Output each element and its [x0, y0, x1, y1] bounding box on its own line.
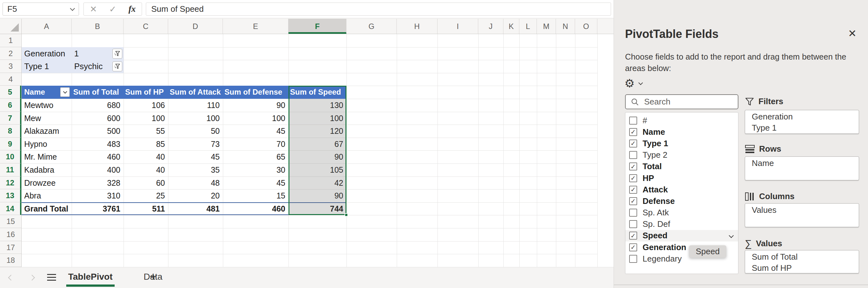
checkbox-icon[interactable] [629, 220, 637, 228]
pivot-cell[interactable]: 310 [72, 189, 120, 202]
checkbox-icon[interactable] [629, 117, 637, 124]
field-item-speed[interactable]: ✓Speed [625, 230, 738, 241]
row-header-6[interactable]: 6 [0, 99, 21, 112]
chevron-down-icon[interactable] [729, 233, 734, 238]
filter-field-label[interactable]: Type 1 [24, 60, 49, 73]
column-header-C[interactable]: C [124, 19, 168, 34]
row-header-12[interactable]: 12 [0, 176, 21, 190]
row-header-10[interactable]: 10 [0, 150, 21, 164]
column-header-A[interactable]: A [22, 19, 72, 34]
pivot-cell[interactable]: 328 [72, 176, 120, 190]
pivot-header-cell[interactable]: Sum of Attack [170, 86, 221, 99]
sheet-tab-data[interactable]: Data [142, 267, 164, 288]
checkbox-checked-icon[interactable]: ✓ [629, 186, 637, 194]
selection-fill-handle[interactable] [344, 213, 348, 217]
row-header-7[interactable]: 7 [0, 112, 21, 125]
column-header-I[interactable]: I [437, 19, 478, 34]
row-header-15[interactable]: 15 [0, 215, 21, 228]
prev-sheet-icon[interactable] [8, 275, 14, 280]
filter-field-label[interactable]: Generation [24, 47, 65, 60]
row-header-2[interactable]: 2 [0, 47, 21, 60]
field-item-sp-def[interactable]: Sp. Def [625, 219, 738, 230]
pivot-cell[interactable]: Alakazam [24, 124, 72, 138]
pivot-cell[interactable]: Kadabra [24, 164, 72, 176]
column-header-O[interactable]: O [575, 19, 597, 34]
pivot-cell[interactable]: 90 [223, 99, 285, 112]
column-header-D[interactable]: D [168, 19, 223, 34]
pivot-cell[interactable]: 73 [168, 138, 220, 151]
pivot-header-cell[interactable]: Sum of Speed [290, 86, 345, 99]
rows-area-item[interactable]: Name [752, 158, 859, 169]
column-header-J[interactable]: J [478, 19, 503, 34]
pivot-cell[interactable]: 70 [223, 138, 285, 151]
pivot-cell[interactable]: Hypno [24, 138, 72, 151]
pivot-grand-total-cell[interactable]: 460 [223, 202, 285, 215]
pivot-cell[interactable]: 100 [223, 112, 285, 125]
pivot-grand-total-cell[interactable]: 3761 [72, 202, 120, 215]
confirm-icon[interactable]: ✓ [109, 4, 117, 15]
pivot-cell[interactable]: 60 [124, 176, 165, 190]
pivot-header-cell[interactable]: Sum of Total [73, 86, 122, 99]
checkbox-checked-icon[interactable]: ✓ [629, 243, 637, 251]
pivot-cell[interactable]: 100 [124, 112, 165, 125]
pivot-header-cell[interactable]: Sum of HP [125, 86, 166, 99]
pivot-cell[interactable]: 25 [124, 189, 165, 202]
column-header-K[interactable]: K [503, 19, 519, 34]
row-header-17[interactable]: 17 [0, 241, 21, 254]
pivot-header-cell[interactable]: Name [24, 86, 60, 99]
column-header-G[interactable]: G [346, 19, 397, 34]
pivot-cell[interactable]: Abra [24, 189, 72, 202]
filter-field-value[interactable]: 1 [74, 47, 79, 60]
pivot-cell[interactable]: 106 [124, 99, 165, 112]
pivot-cell[interactable]: 40 [124, 150, 165, 164]
values-area-box[interactable]: Sum of TotalSum of HP [745, 250, 859, 273]
insert-function-icon[interactable]: fx [128, 4, 136, 14]
chevron-down-icon[interactable] [639, 80, 643, 85]
chevron-down-icon[interactable] [70, 6, 75, 11]
search-input[interactable] [644, 97, 720, 107]
field-item-defense[interactable]: ✓Defense [625, 195, 738, 207]
filter-field-value[interactable]: Psychic [74, 60, 103, 73]
row-header-9[interactable]: 9 [0, 138, 21, 151]
pivot-cell[interactable]: 20 [168, 189, 220, 202]
pivot-cell[interactable]: 85 [124, 138, 165, 151]
cancel-icon[interactable]: ✕ [90, 4, 97, 15]
column-header-B[interactable]: B [72, 19, 124, 34]
pivot-cell[interactable]: Mewtwo [24, 99, 72, 112]
values-area-item[interactable]: Sum of Total [752, 251, 859, 262]
field-item-hp[interactable]: ✓HP [625, 172, 738, 184]
pivot-grand-total-cell[interactable]: Grand Total [24, 202, 72, 215]
pivot-cell[interactable]: Mr. Mime [24, 150, 72, 164]
cells-area[interactable]: Generation1Type 1PsychicNameSum of Total… [22, 34, 614, 267]
pivot-cell[interactable]: 30 [223, 164, 285, 176]
filters-area-box[interactable]: GenerationType 1 [745, 110, 859, 134]
close-icon[interactable]: ✕ [848, 27, 857, 39]
filters-area-item[interactable]: Type 1 [752, 122, 859, 134]
speed-drag-chip[interactable]: Speed [689, 245, 726, 258]
field-item-name[interactable]: ✓Name [625, 126, 738, 138]
checkbox-icon[interactable] [629, 255, 637, 263]
pivot-cell[interactable]: 55 [124, 124, 165, 138]
select-all-corner[interactable] [0, 19, 22, 34]
all-sheets-menu-icon[interactable] [47, 274, 56, 281]
row-header-1[interactable]: 1 [0, 34, 21, 47]
row-header-14[interactable]: 14 [0, 202, 21, 215]
field-item-type-1[interactable]: ✓Type 1 [625, 138, 738, 149]
checkbox-checked-icon[interactable]: ✓ [629, 174, 637, 182]
pivot-cell[interactable]: 483 [72, 138, 120, 151]
pivot-cell[interactable]: 65 [223, 150, 285, 164]
name-box[interactable]: F5 [3, 3, 79, 16]
pivot-cell[interactable]: 100 [168, 112, 220, 125]
checkbox-checked-icon[interactable]: ✓ [629, 140, 637, 147]
column-header-F[interactable]: F [288, 19, 346, 34]
field-item-type-2[interactable]: Type 2 [625, 149, 738, 161]
pivot-cell[interactable]: 400 [72, 164, 120, 176]
checkbox-icon[interactable] [629, 151, 637, 159]
pivot-cell[interactable]: 15 [223, 189, 285, 202]
pivot-cell[interactable]: 40 [124, 164, 165, 176]
checkbox-checked-icon[interactable]: ✓ [629, 163, 637, 170]
pivot-cell[interactable]: Drowzee [24, 176, 72, 190]
column-header-M[interactable]: M [537, 19, 556, 34]
column-header-L[interactable]: L [519, 19, 537, 34]
column-header-N[interactable]: N [556, 19, 575, 34]
